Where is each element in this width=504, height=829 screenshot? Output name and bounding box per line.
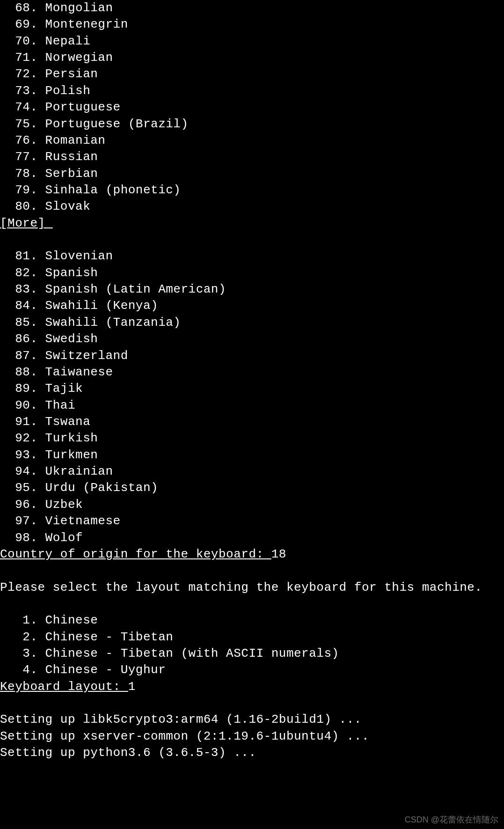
language-option: 74. Portuguese [0,99,504,116]
layout-option: 1. Chinese [0,612,504,629]
blank-line [0,596,504,612]
language-option: 85. Swahili (Tanzania) [0,315,504,331]
language-option: 68. Mongolian [0,0,504,16]
setup-status-line: Setting up python3.6 (3.6.5-3) ... [0,745,504,761]
country-prompt-value: 18 [271,547,286,561]
language-option: 83. Spanish (Latin American) [0,281,504,298]
language-option: 69. Montenegrin [0,16,504,33]
language-list-section-2: 81. Slovenian 82. Spanish 83. Spanish (L… [0,248,504,546]
more-pager-link[interactable]: [More] [0,215,504,232]
language-option: 92. Turkish [0,430,504,447]
language-option: 96. Uzbek [0,497,504,513]
language-option: 89. Tajik [0,381,504,397]
language-option: 78. Serbian [0,166,504,182]
blank-line [0,563,504,579]
language-list-section-1: 68. Mongolian 69. Montenegrin 70. Nepali… [0,0,504,215]
language-option: 95. Urdu (Pakistan) [0,480,504,496]
language-option: 82. Spanish [0,265,504,281]
setup-status-line: Setting up xserver-common (2:1.19.6-1ubu… [0,728,504,745]
language-option: 76. Romanian [0,132,504,149]
layout-option: 3. Chinese - Tibetan (with ASCII numeral… [0,646,504,662]
country-prompt-line[interactable]: Country of origin for the keyboard: 18 [0,546,504,563]
layout-option: 4. Chinese - Uyghur [0,662,504,678]
language-option: 98. Wolof [0,530,504,546]
language-option: 93. Turkmen [0,447,504,463]
language-option: 70. Nepali [0,33,504,50]
language-option: 81. Slovenian [0,248,504,264]
language-option: 91. Tswana [0,414,504,430]
language-option: 79. Sinhala (phonetic) [0,182,504,198]
language-option: 94. Ukrainian [0,463,504,480]
language-option: 72. Persian [0,66,504,82]
language-option: 71. Norwegian [0,50,504,66]
layout-prompt-line[interactable]: Keyboard layout: 1 [0,679,504,695]
layout-prompt-label: Keyboard layout: [0,680,128,694]
blank-line [0,232,504,248]
keyboard-layout-list: 1. Chinese 2. Chinese - Tibetan 3. Chine… [0,612,504,678]
setup-status-line: Setting up libk5crypto3:arm64 (1.16-2bui… [0,712,504,728]
layout-prompt-value: 1 [128,680,136,694]
layout-option: 2. Chinese - Tibetan [0,629,504,646]
blank-line [0,695,504,712]
language-option: 75. Portuguese (Brazil) [0,116,504,132]
language-option: 80. Slovak [0,198,504,215]
country-prompt-label: Country of origin for the keyboard: [0,547,271,561]
language-option: 73. Polish [0,83,504,99]
watermark-text: CSDN @花蕾依在情随尔 [405,814,498,825]
language-option: 90. Thai [0,397,504,414]
language-option: 86. Swedish [0,331,504,347]
language-option: 97. Vietnamese [0,513,504,529]
language-option: 77. Russian [0,149,504,165]
layout-instruction: Please select the layout matching the ke… [0,580,504,596]
language-option: 87. Switzerland [0,348,504,364]
setup-status-section: Setting up libk5crypto3:arm64 (1.16-2bui… [0,712,504,761]
language-option: 88. Taiwanese [0,364,504,381]
terminal-output: 68. Mongolian 69. Montenegrin 70. Nepali… [0,0,504,762]
language-option: 84. Swahili (Kenya) [0,298,504,314]
